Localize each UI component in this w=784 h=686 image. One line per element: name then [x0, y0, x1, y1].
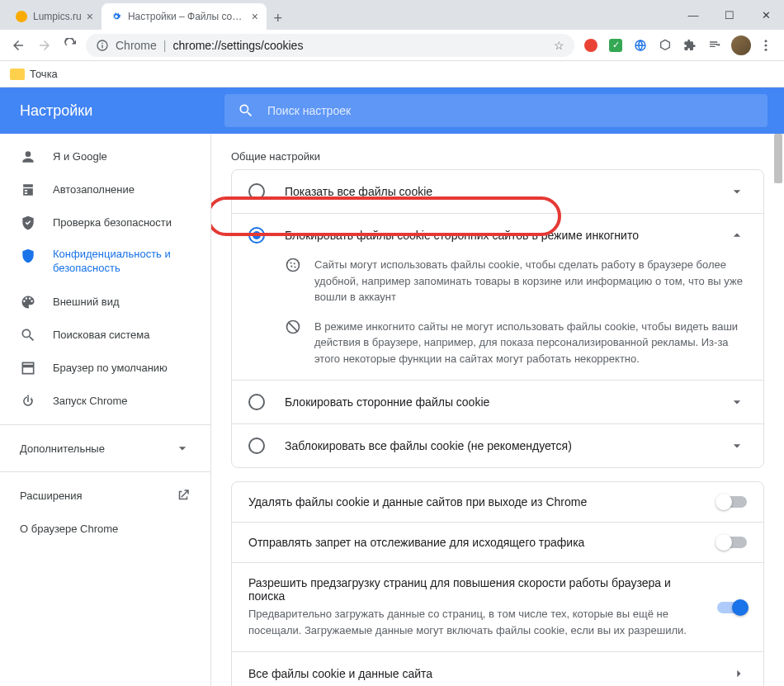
all-cookie-data-link[interactable]: Все файлы cookie и данные сайта	[232, 652, 763, 686]
svg-point-8	[290, 262, 291, 263]
maximize-button[interactable]: ☐	[711, 0, 748, 30]
chevron-down-icon[interactable]	[727, 436, 747, 456]
toggle-switch[interactable]	[717, 537, 747, 548]
svg-point-9	[294, 263, 295, 264]
radio-option-block-third-party[interactable]: Блокировать сторонние файлы cookie	[232, 381, 763, 423]
window-controls: — ☐ ✕	[675, 0, 784, 30]
browser-icon	[20, 360, 36, 376]
sidebar-item-appearance[interactable]: Внешний вид	[0, 286, 210, 319]
sidebar-label: Браузер по умолчанию	[53, 362, 168, 376]
ext-icon-red[interactable]	[581, 35, 601, 55]
external-link-icon	[176, 488, 191, 503]
url-prefix: Chrome	[116, 39, 157, 52]
ext-icon-globe[interactable]	[631, 35, 650, 55]
forward-button[interactable]	[33, 34, 56, 57]
ext-icon-green[interactable]: ✓	[606, 35, 626, 55]
sidebar-extensions[interactable]: Расширения	[0, 479, 210, 512]
block-icon	[285, 319, 301, 335]
titlebar: Lumpics.ru × Настройки – Файлы cookie и …	[0, 0, 784, 30]
site-info-icon	[96, 39, 109, 52]
description-text: Сайты могут использовать файлы cookie, ч…	[314, 257, 747, 305]
svg-point-4	[765, 40, 767, 42]
sidebar-label: Дополнительные	[20, 442, 105, 455]
tab-lumpics[interactable]: Lumpics.ru ×	[7, 3, 102, 30]
radio-option-allow-all[interactable]: Показать все файлы cookie	[232, 170, 763, 213]
new-tab-button[interactable]: +	[267, 7, 290, 30]
radio-label: Блокировать сторонние файлы cookie	[285, 395, 707, 409]
sidebar-label: Конфиденциальность и безопасность	[53, 248, 191, 276]
svg-rect-2	[102, 45, 102, 48]
sidebar: Я и Google Автозаполнение Проверка безоп…	[0, 134, 211, 686]
sidebar-advanced[interactable]: Дополнительные	[0, 432, 210, 465]
svg-point-1	[102, 42, 103, 44]
radio-icon	[248, 183, 265, 200]
toggle-switch[interactable]	[717, 602, 747, 613]
person-icon	[20, 149, 36, 165]
tab-settings[interactable]: Настройки – Файлы cookie и д... ×	[102, 3, 267, 30]
toggle-sublabel: Предварительно загружать данные со стран…	[248, 606, 701, 638]
tab-close-icon[interactable]: ×	[252, 10, 258, 23]
toggle-preload[interactable]: Разрешить предзагрузку страниц для повыш…	[232, 563, 763, 651]
radio-option-block-all[interactable]: Заблокировать все файлы cookie (не реком…	[232, 424, 763, 467]
shield-check-icon	[20, 215, 36, 231]
sidebar-about[interactable]: О браузере Chrome	[0, 512, 210, 545]
sidebar-label: Запуск Chrome	[53, 395, 128, 409]
chevron-up-icon[interactable]	[727, 225, 747, 245]
cookie-toggles-card: Удалять файлы cookie и данные сайтов при…	[231, 481, 764, 686]
sidebar-item-startup[interactable]: Запуск Chrome	[0, 385, 210, 418]
app-body: Я и Google Автозаполнение Проверка безоп…	[0, 134, 784, 686]
close-window-button[interactable]: ✕	[748, 0, 784, 30]
toggle-label: Разрешить предзагрузку страниц для повыш…	[248, 576, 701, 603]
sidebar-item-default-browser[interactable]: Браузер по умолчанию	[0, 352, 210, 385]
sidebar-item-privacy[interactable]: Конфиденциальность и безопасность	[0, 239, 210, 286]
omnibox[interactable]: Chrome | chrome://settings/cookies ☆	[86, 34, 574, 57]
toggle-switch[interactable]	[717, 496, 747, 508]
reload-button[interactable]	[59, 34, 83, 57]
shield-icon	[20, 248, 36, 264]
tab-close-icon[interactable]: ×	[87, 10, 93, 23]
sidebar-item-safety[interactable]: Проверка безопасности	[0, 206, 210, 239]
scrollbar[interactable]	[774, 134, 782, 686]
toggle-do-not-track[interactable]: Отправлять запрет на отслеживание для ис…	[232, 523, 763, 562]
sidebar-label: Внешний вид	[53, 296, 120, 310]
search-input[interactable]	[267, 104, 754, 117]
back-button[interactable]	[7, 34, 30, 57]
minimize-button[interactable]: —	[675, 0, 711, 30]
cookie-options-card: Показать все файлы cookie Блокировать фа…	[231, 169, 764, 468]
svg-point-5	[765, 44, 767, 46]
sidebar-item-autofill[interactable]: Автозаполнение	[0, 173, 210, 206]
radio-icon	[248, 227, 265, 244]
sidebar-item-search[interactable]: Поисковая система	[0, 319, 210, 352]
profile-avatar[interactable]	[731, 35, 751, 55]
ext-icon-cube[interactable]	[655, 35, 675, 55]
toggle-label: Удалять файлы cookie и данные сайтов при…	[248, 495, 701, 509]
sidebar-label: Расширения	[20, 490, 83, 502]
sidebar-label: Проверка безопасности	[53, 216, 172, 230]
description-row: Сайты могут использовать файлы cookie, ч…	[232, 257, 763, 319]
sidebar-item-you-google[interactable]: Я и Google	[0, 140, 210, 173]
bookmark-star-icon[interactable]: ☆	[554, 39, 564, 52]
extension-icons: ✓	[578, 35, 728, 55]
sidebar-label: О браузере Chrome	[20, 523, 118, 535]
ext-icon-readlist[interactable]	[705, 35, 725, 55]
chevron-down-icon[interactable]	[727, 392, 747, 412]
radio-option-block-incognito[interactable]: Блокировать файлы cookie сторонних сайто…	[232, 214, 763, 257]
description-text: В режиме инкогнито сайты не могут исполь…	[314, 319, 747, 367]
autofill-icon	[20, 182, 36, 198]
svg-point-10	[290, 266, 292, 267]
chevron-down-icon[interactable]	[727, 182, 747, 201]
section-title: Общие настройки	[231, 150, 764, 163]
ext-icon-puzzle[interactable]	[680, 35, 700, 55]
link-label: Все файлы cookie и данные сайта	[248, 667, 730, 680]
separator	[0, 471, 210, 472]
radio-icon	[248, 394, 265, 410]
radio-label: Блокировать файлы cookie сторонних сайто…	[285, 229, 707, 242]
bookmark-item[interactable]: Точка	[30, 68, 58, 80]
toggle-clear-on-exit[interactable]: Удалять файлы cookie и данные сайтов при…	[232, 482, 763, 522]
scrollbar-thumb[interactable]	[774, 134, 782, 183]
menu-button[interactable]	[754, 34, 777, 57]
app-title: Настройки	[0, 102, 211, 120]
sidebar-label: Автозаполнение	[53, 183, 135, 197]
search-icon	[238, 102, 254, 119]
settings-search[interactable]	[224, 94, 767, 127]
